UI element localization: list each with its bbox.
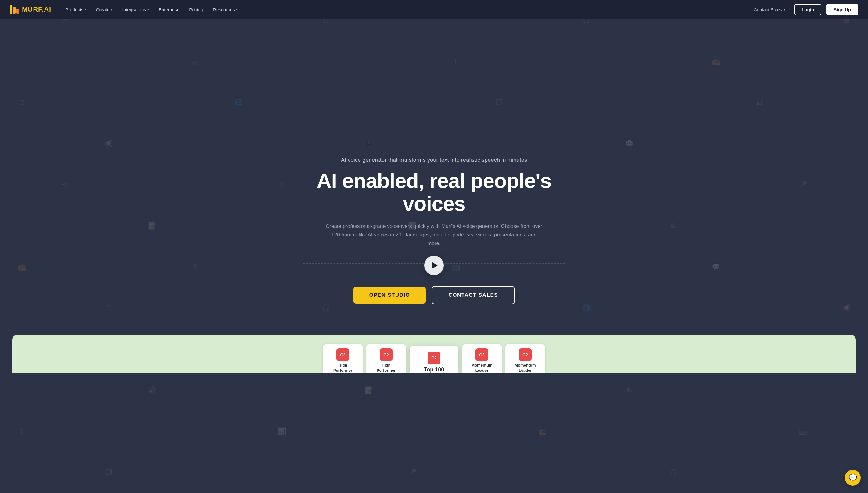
nav-item-create[interactable]: Create ▾: [92, 4, 117, 15]
g2-badge: G2: [519, 348, 531, 361]
nav-item-integrations[interactable]: Integrations ▾: [118, 4, 153, 15]
signup-button[interactable]: Sign Up: [826, 4, 858, 15]
chat-icon: 💬: [849, 474, 857, 482]
awards-row: G2 HighPerformer G2 HighPerformer G2 Top…: [12, 335, 856, 373]
hero-description: Create professional-grade voiceovers qui…: [324, 222, 544, 248]
award-card-4: G2 MomentumLeader: [462, 344, 502, 373]
nav-item-pricing[interactable]: Pricing: [185, 4, 207, 15]
awards-strip: G2 HighPerformer G2 HighPerformer G2 Top…: [0, 335, 868, 373]
nav-item-resources[interactable]: Resources ▾: [209, 4, 242, 15]
nav-menu: Products ▾ Create ▾ Integrations ▾ Enter…: [61, 4, 242, 15]
logo-text: MURF.AI: [22, 5, 51, 14]
award-label: MomentumLeader: [514, 363, 536, 373]
chat-support-button[interactable]: 💬: [845, 470, 861, 486]
chevron-down-icon: ▾: [147, 8, 149, 11]
award-card-featured: G2 Top 100: [410, 346, 458, 373]
nav-item-enterprise[interactable]: Enterprise: [154, 4, 184, 15]
logo[interactable]: MURF.AI: [10, 5, 51, 14]
cta-buttons: OPEN STUDIO CONTACT SALES: [354, 286, 514, 304]
play-icon: [431, 262, 438, 269]
g2-badge: G2: [337, 348, 349, 361]
g2-badge: G2: [476, 348, 488, 361]
play-button[interactable]: [424, 256, 444, 275]
nav-item-products[interactable]: Products ▾: [61, 4, 90, 15]
hero-section: 🎤 📺 🎵 🎙 🎧 📻 🎬 🖥 📢 🌐 📱 🎞 💬 🔊 🎓 📝 🎙 📊 🗣 📽 …: [0, 0, 868, 493]
hero-title: AI enabled, real people's voices: [303, 169, 565, 215]
award-card-5: G2 MomentumLeader: [505, 344, 545, 373]
login-button[interactable]: Login: [794, 4, 822, 15]
chevron-down-icon: ▾: [236, 8, 238, 11]
chevron-down-icon: ▾: [84, 8, 86, 11]
g2-badge: G2: [428, 351, 440, 364]
open-studio-button[interactable]: OPEN STUDIO: [354, 287, 426, 304]
hero-content: AI voice generator that transforms your …: [297, 138, 571, 317]
chevron-down-icon: ▾: [111, 8, 112, 11]
hero-subtitle: AI voice generator that transforms your …: [341, 157, 527, 163]
navigation: MURF.AI Products ▾ Create ▾ Integrations…: [0, 0, 868, 19]
g2-badge: G2: [380, 348, 392, 361]
award-card-2: G2 HighPerformer: [366, 344, 406, 373]
award-label-featured: Top 100: [424, 366, 444, 373]
award-label: MomentumLeader: [471, 363, 492, 373]
contact-sales-button[interactable]: CONTACT SALES: [432, 286, 514, 304]
award-label: HighPerformer: [334, 363, 352, 373]
contact-sales-nav-link[interactable]: Contact Sales ›: [749, 4, 790, 15]
award-label: HighPerformer: [377, 363, 396, 373]
arrow-right-icon: ›: [784, 7, 785, 12]
award-card-1: G2 HighPerformer: [323, 344, 363, 373]
